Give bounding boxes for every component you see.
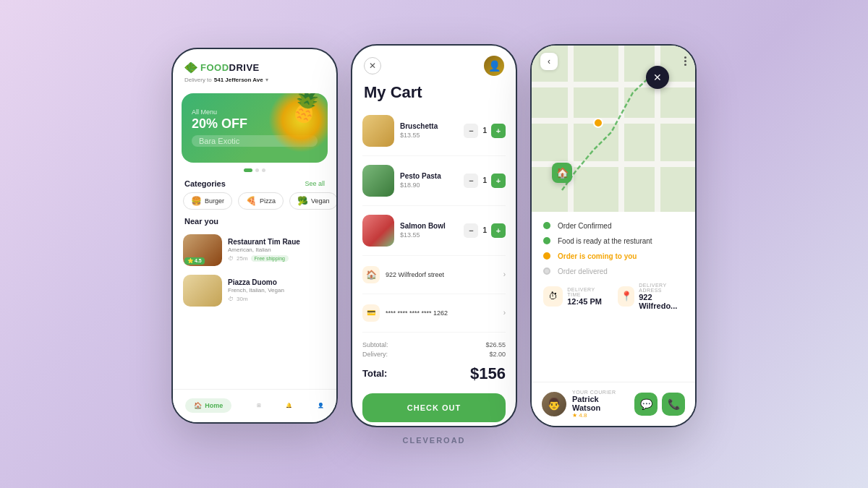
divider-5 bbox=[362, 332, 506, 333]
back-button[interactable]: ‹ bbox=[540, 53, 558, 70]
user-avatar: 👤 bbox=[484, 56, 504, 76]
status-dot-confirmed bbox=[543, 222, 550, 229]
categories-row: 🍔 Burger 🍕 Pizza 🥦 Vegan bbox=[173, 192, 336, 217]
divider-3 bbox=[362, 255, 506, 256]
courier-actions: 💬 📞 bbox=[634, 393, 685, 416]
bruschetta-qty-minus[interactable]: − bbox=[464, 124, 478, 138]
pizza-icon: 🍕 bbox=[246, 196, 257, 206]
location-icon: 🏠 bbox=[362, 266, 380, 283]
restaurant-meta-2: ⏱ 30m bbox=[228, 296, 326, 302]
delivery-address-row[interactable]: 🏠 922 Wilfredorf street › bbox=[352, 259, 516, 291]
home-icon: 🏠 bbox=[194, 402, 202, 409]
nav-bell-button[interactable]: 🔔 bbox=[286, 403, 292, 408]
pesto-details: Pesto Pasta $18.90 bbox=[400, 172, 458, 189]
salmon-qty-plus[interactable]: + bbox=[491, 223, 506, 238]
phone-home-screen: 🌿 FOODDRIVE Delivery to 541 Jefferson Av… bbox=[171, 48, 338, 424]
map-header: ‹ bbox=[540, 53, 686, 70]
person-icon: 👤 bbox=[318, 403, 324, 408]
logo-leaf-icon: 🌿 bbox=[184, 62, 197, 74]
grid-icon: ⊞ bbox=[257, 403, 261, 408]
phone-tracking-screen: ‹ ✕ 🏠 Order Confirmed Food is ready at t… bbox=[530, 44, 697, 427]
bottom-navigation: 🏠 Home ⊞ 🔔 👤 bbox=[173, 389, 336, 422]
brand-footer: CLEVEROAD bbox=[402, 436, 465, 445]
category-burger-label: Burger bbox=[205, 197, 224, 205]
bruschetta-qty: 1 bbox=[482, 127, 487, 134]
more-options-button[interactable] bbox=[684, 56, 686, 66]
dot-1 bbox=[244, 168, 252, 172]
salmon-image bbox=[362, 215, 394, 247]
status-delivered: Order delivered bbox=[543, 267, 684, 275]
nav-home-button[interactable]: 🏠 Home bbox=[185, 398, 231, 413]
restaurant-piazza-duomo[interactable]: Piazza Duomo French, Italian, Vegan ⏱ 30… bbox=[173, 270, 336, 311]
status-order-confirmed: Order Confirmed bbox=[543, 222, 684, 230]
route-svg bbox=[532, 46, 695, 212]
rating-badge-1: ⭐ 4.5 bbox=[184, 257, 205, 265]
cart-item-bruschetta: Bruschetta $13.55 − 1 + bbox=[352, 109, 516, 153]
nav-profile-button[interactable]: 👤 bbox=[318, 403, 324, 408]
dot-3 bbox=[262, 168, 265, 172]
restaurant-meta-1: ⏱ 25m Free shipping bbox=[228, 255, 326, 262]
clock-icon-2: ⏱ bbox=[228, 296, 234, 302]
pesto-qty: 1 bbox=[482, 176, 487, 184]
midpoint-marker bbox=[593, 118, 603, 128]
phone-cart-screen: ✕ 👤 My Cart Bruschetta $13.55 − 1 + Pest… bbox=[351, 44, 517, 427]
bruschetta-details: Bruschetta $13.55 bbox=[400, 122, 458, 139]
logo-text: FOODDRIVE bbox=[200, 62, 260, 73]
salmon-details: Salmon Bowl $13.55 bbox=[400, 222, 458, 239]
restaurant-tim-raue-image: ⭐ 4.5 bbox=[183, 234, 222, 266]
chevron-right-icon-1: › bbox=[503, 270, 506, 278]
restaurant-tim-raue-info: Restaurant Tim Raue American, Italian ⏱ … bbox=[228, 238, 326, 262]
pesto-qty-minus[interactable]: − bbox=[464, 174, 478, 188]
divider-4 bbox=[362, 294, 506, 294]
payment-row[interactable]: 💳 **** **** **** **** 1262 › bbox=[352, 297, 516, 329]
cart-item-salmon: Salmon Bowl $13.55 − 1 + bbox=[352, 209, 516, 252]
payment-icon: 💳 bbox=[362, 304, 380, 322]
chevron-right-icon-2: › bbox=[503, 309, 506, 317]
grand-total-row: Total: $156 bbox=[352, 360, 516, 388]
courier-bar: 👨 YOUR COURIER Patrick Watson ★ 4.8 💬 📞 bbox=[532, 382, 695, 426]
bruschetta-qty-plus[interactable]: + bbox=[491, 124, 506, 138]
pesto-qty-control: − 1 + bbox=[464, 174, 506, 188]
totals-section: Subtotal: $26.55 Delivery: $2.00 bbox=[352, 335, 516, 358]
promo-banner[interactable]: All Menu 20% OFF Bara Exotic 🍍 bbox=[182, 93, 328, 163]
courier-avatar: 👨 bbox=[542, 392, 566, 416]
restaurant-tim-raue[interactable]: ⭐ 4.5 Restaurant Tim Raue American, Ital… bbox=[173, 230, 336, 270]
bell-icon: 🔔 bbox=[286, 403, 292, 408]
logo: 🌿 FOODDRIVE bbox=[184, 62, 325, 74]
close-button[interactable]: ✕ bbox=[364, 57, 381, 74]
tracking-content: Order Confirmed Food is ready at the res… bbox=[532, 212, 695, 310]
chevron-down-icon: ▾ bbox=[265, 77, 268, 83]
chat-button[interactable]: 💬 bbox=[634, 393, 658, 416]
status-coming: Order is coming to you bbox=[543, 252, 684, 260]
see-all-link[interactable]: See all bbox=[305, 180, 325, 187]
home-location-marker: 🏠 bbox=[552, 163, 572, 183]
category-burger[interactable]: 🍔 Burger bbox=[183, 192, 232, 210]
checkout-button[interactable]: CHECK OUT bbox=[362, 393, 506, 422]
nav-grid-button[interactable]: ⊞ bbox=[257, 403, 261, 408]
courier-info: YOUR COURIER Patrick Watson ★ 4.8 bbox=[572, 390, 629, 419]
pesto-qty-plus[interactable]: + bbox=[491, 174, 506, 188]
category-vegan[interactable]: 🥦 Vegan bbox=[289, 192, 338, 210]
cart-title: My Cart bbox=[352, 80, 516, 109]
call-button[interactable]: 📞 bbox=[662, 393, 685, 416]
burger-icon: 🍔 bbox=[191, 196, 202, 206]
salmon-qty-minus[interactable]: − bbox=[464, 223, 478, 238]
location-icon-2: 📍 bbox=[618, 286, 634, 307]
category-pizza-label: Pizza bbox=[260, 197, 276, 205]
delivery-address-box: 📍 DELIVERY ADRESS 922 Wilfredo... bbox=[618, 283, 684, 310]
bruschetta-image bbox=[362, 115, 394, 147]
category-pizza[interactable]: 🍕 Pizza bbox=[238, 192, 284, 210]
category-vegan-label: Vegan bbox=[311, 197, 330, 205]
restaurant-piazza-duomo-info: Piazza Duomo French, Italian, Vegan ⏱ 30… bbox=[228, 278, 326, 302]
delivery-address-line[interactable]: Delivery to 541 Jefferson Ave ▾ bbox=[184, 77, 325, 83]
divider-1 bbox=[362, 155, 506, 156]
salmon-qty-control: − 1 + bbox=[464, 223, 506, 238]
dot-2 bbox=[255, 168, 259, 172]
clock-icon: ⏱ bbox=[543, 286, 563, 307]
restaurant-piazza-duomo-image bbox=[183, 275, 222, 307]
clock-icon: ⏱ bbox=[228, 255, 234, 262]
delivery-info-row: ⏱ DELIVERY TIME 12:45 PM 📍 DELIVERY ADRE… bbox=[543, 283, 684, 310]
banner-pagination bbox=[173, 168, 336, 172]
vegan-icon: 🥦 bbox=[297, 196, 308, 206]
status-dot-delivered bbox=[543, 267, 550, 275]
